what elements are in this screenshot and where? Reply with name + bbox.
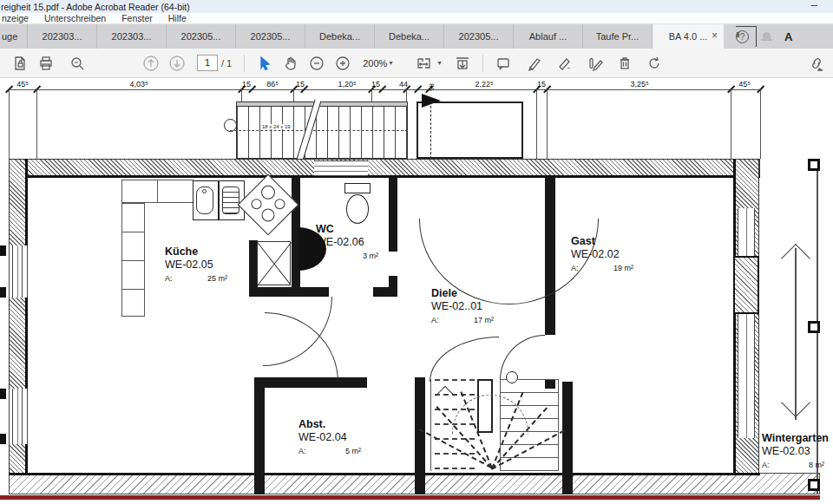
- menu-unterschreiben[interactable]: Unterschreiben: [44, 13, 106, 23]
- kitchen-cabinet-run: [121, 203, 145, 317]
- wall-edge: [9, 175, 760, 178]
- glazing-post: [808, 159, 820, 171]
- zoom-in-icon[interactable]: [330, 53, 356, 74]
- dim-value: 2,22⁵: [475, 80, 493, 88]
- select-cursor-icon[interactable]: [252, 53, 278, 74]
- wall-segment: [415, 377, 425, 494]
- highlighter-icon[interactable]: [521, 53, 548, 74]
- dim-value: 15: [296, 80, 305, 88]
- room-label-wintergarten: Wintergarten WE-02.03 A:8 m²: [762, 432, 829, 469]
- menu-hilfe[interactable]: Hilfe: [168, 13, 187, 23]
- base-line-red: [0, 495, 820, 500]
- window-glazing: [738, 208, 755, 256]
- stair-handrail: [236, 101, 408, 107]
- rotate-icon[interactable]: [641, 53, 667, 74]
- document-tab[interactable]: 202305...: [444, 24, 514, 49]
- window-glazing: [12, 245, 23, 298]
- window-glazing: [738, 314, 755, 438]
- dim-value: 44: [399, 80, 408, 88]
- dim-value: 1,20⁵: [338, 80, 356, 88]
- wall-segment: [249, 287, 329, 297]
- window-title: reigheit 15.pdf - Adobe Acrobat Reader (…: [1, 2, 190, 12]
- share-link-icon[interactable]: [803, 53, 830, 74]
- active-document-tab[interactable]: BA 4.0 ... ×: [653, 24, 724, 49]
- window-jamb: [0, 245, 6, 256]
- document-tab[interactable]: 202305...: [167, 24, 236, 49]
- door-swing-arc-stair: [430, 337, 499, 382]
- hand-pan-icon[interactable]: [278, 53, 304, 74]
- document-tab[interactable]: Debeka...: [375, 24, 444, 49]
- dim-value: 86⁵: [266, 80, 279, 88]
- window-jamb: [0, 434, 6, 444]
- dim-value: 3,25⁵: [630, 80, 648, 88]
- wall-edge: [733, 159, 736, 494]
- minimize-button[interactable]: –: [811, 0, 817, 11]
- comment-icon[interactable]: [490, 53, 516, 74]
- menu-anzeige[interactable]: nzeige: [2, 13, 29, 23]
- next-page-icon[interactable]: [164, 53, 190, 74]
- zoom-out-icon[interactable]: [304, 53, 330, 74]
- kitchen-stove: [238, 174, 299, 236]
- active-tab-label: BA 4.0 ...: [669, 31, 708, 42]
- menu-bar: nzeige Unterschreiben Fenster Hilfe: [0, 13, 833, 24]
- tab-werkzeuge-partial[interactable]: uge: [0, 24, 28, 49]
- dim-value: 45⁵: [738, 80, 751, 88]
- window-jamb: [0, 389, 6, 399]
- zoom-dropdown-caret-icon[interactable]: ▾: [389, 59, 392, 67]
- dim-value: 15: [537, 80, 546, 88]
- main-toolbar: 1 / 1 200% ▾ ▾: [0, 49, 833, 78]
- room-label-abst: Abst. WE-02.04 A:5 m²: [298, 418, 361, 455]
- entrance-axis-line: [430, 101, 431, 159]
- title-bar: reigheit 15.pdf - Adobe Acrobat Reader (…: [0, 0, 833, 13]
- glazing-post: [808, 479, 820, 491]
- wc-toilet-bowl: [346, 194, 369, 224]
- arrow-up-icon: [781, 244, 810, 273]
- dim-value: 15: [242, 80, 251, 88]
- acrobat-window: reigheit 15.pdf - Adobe Acrobat Reader (…: [0, 0, 833, 504]
- document-tab[interactable]: 202303...: [28, 24, 97, 49]
- menu-fenster[interactable]: Fenster: [121, 13, 153, 23]
- fit-dropdown-caret-icon[interactable]: ▾: [437, 59, 441, 67]
- window-glazing: [12, 389, 23, 444]
- stair-walkline-arc: [452, 395, 530, 435]
- search-icon[interactable]: [64, 53, 90, 74]
- sign-pen-icon[interactable]: [553, 53, 579, 74]
- page-count-label: / 1: [221, 58, 232, 69]
- door-swing-arc: [265, 312, 338, 382]
- delete-trash-icon[interactable]: [612, 53, 638, 74]
- stair-column-circle: [506, 371, 518, 383]
- entrance-landing: [416, 101, 523, 159]
- fit-width-icon[interactable]: [411, 53, 437, 74]
- glazing-post: [808, 321, 820, 333]
- wc-cistern: [344, 183, 371, 193]
- document-tab[interactable]: 202305...: [236, 24, 305, 49]
- page-number-input[interactable]: 1: [197, 55, 218, 71]
- dim-value: 15: [371, 80, 380, 88]
- document-tab-bar: uge 202303... 202303... 202305... 202305…: [0, 24, 833, 49]
- wall-segment: [562, 382, 573, 494]
- document-tab[interactable]: 202303...: [97, 24, 167, 49]
- wall-segment: [373, 287, 397, 297]
- fill-sign-icon[interactable]: [582, 53, 608, 74]
- document-tab[interactable]: Debeka...: [305, 24, 375, 49]
- print-icon[interactable]: [33, 53, 59, 74]
- previous-page-icon[interactable]: [138, 53, 164, 74]
- tab-forward-icon[interactable]: ›: [736, 26, 757, 47]
- fit-page-icon[interactable]: [449, 53, 476, 74]
- wall-segment: [254, 377, 265, 494]
- account-signin-partial[interactable]: A: [784, 30, 792, 43]
- close-tab-icon[interactable]: ×: [712, 29, 718, 42]
- pdf-page-floor-plan: 45⁵ 4,03⁵ 15 86⁵ 15 1,20⁵ 15 44 98 2,22⁵…: [0, 78, 833, 504]
- wall-segment: [389, 178, 397, 252]
- document-tab[interactable]: Taufe Pr...: [583, 24, 653, 49]
- dim-value: 45⁵: [16, 80, 29, 88]
- zoom-level-value[interactable]: 200%: [363, 58, 387, 69]
- wall-pillar: [733, 256, 759, 314]
- wall-edge: [9, 473, 760, 475]
- room-label-wc: WC WE-02.06 A:3 m²: [316, 223, 378, 260]
- document-tab[interactable]: Ablauf ...: [514, 24, 583, 49]
- notifications-bell-icon[interactable]: [761, 31, 772, 43]
- save-file-icon[interactable]: [7, 53, 33, 74]
- room-label-kueche: Küche WE-02.05 A:25 m²: [165, 245, 227, 283]
- entrance-door-sill: [314, 160, 368, 176]
